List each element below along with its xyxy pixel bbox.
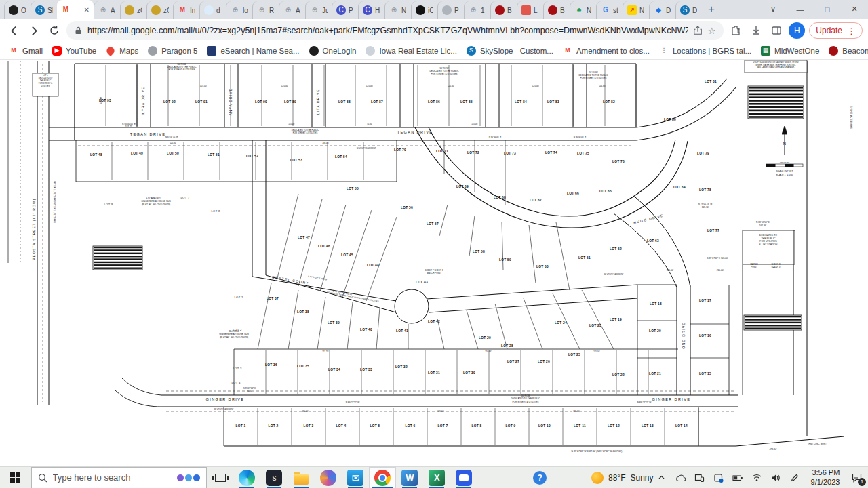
taskbar-app-video[interactable]: [450, 467, 477, 488]
maximize-button[interactable]: □: [814, 0, 841, 18]
bookmark-item[interactable]: eSearch | Name Sea...: [202, 45, 304, 57]
taskbar-clock[interactable]: 3:56 PM 9/1/2023: [806, 468, 846, 487]
reload-button[interactable]: [46, 22, 62, 39]
plat-line: [277, 194, 298, 281]
browser-tab[interactable]: L ✕: [517, 1, 543, 19]
browser-tab[interactable]: O ✕: [4, 1, 31, 19]
new-tab-button[interactable]: +: [702, 1, 721, 18]
taskbar-app-dark-s[interactable]: s: [260, 467, 288, 488]
browser-tab[interactable]: ⊕ 1 ✕: [464, 1, 490, 19]
forward-button[interactable]: [26, 22, 42, 39]
taskbar-app-excel[interactable]: X: [423, 467, 450, 488]
bookmark-item[interactable]: Paragon 5: [143, 45, 202, 57]
tab-title: P: [454, 7, 459, 14]
sun-icon: [591, 472, 604, 484]
taskbar-app-office-swirl[interactable]: [315, 467, 342, 488]
browser-tab[interactable]: ⊕ A ✕: [279, 1, 305, 19]
lot-label: LOT 12: [608, 424, 620, 428]
profile-avatar[interactable]: H: [789, 22, 805, 39]
back-button[interactable]: [5, 22, 22, 39]
browser-tab[interactable]: d ✕: [199, 1, 226, 19]
browser-tab[interactable]: ⊕ N ✕: [384, 1, 411, 19]
hidden-icons-chevron-icon[interactable]: [654, 467, 670, 488]
lot-label: LOT 72: [467, 151, 479, 155]
minimize-button[interactable]: —: [787, 0, 814, 18]
browser-toolbar: https://mail.google.com/mail/u/0/?zx=xg2…: [0, 19, 868, 42]
map-annotation: 140.00': [100, 96, 102, 104]
bookmark-item[interactable]: S SkySlope - Custom...: [462, 45, 558, 57]
action-center-button[interactable]: 1: [845, 467, 868, 488]
bookmark-label: Gmail: [22, 47, 43, 55]
browser-tab[interactable]: M In ✕: [173, 1, 199, 19]
bookmark-item[interactable]: Maps: [101, 45, 143, 57]
browser-tab[interactable]: ⊕ lo ✕: [226, 1, 252, 19]
bookmark-item[interactable]: Beacon: [824, 45, 868, 57]
browser-tab[interactable]: iC ✕: [411, 1, 437, 19]
window-controls: ∨ — □ ✕: [760, 0, 868, 18]
bookmark-favicon: ▦: [761, 46, 770, 56]
map-annotation: MATCH POINT: [427, 272, 441, 274]
task-view-button[interactable]: [207, 467, 234, 488]
browser-tab[interactable]: ⊕ Ju ✕: [305, 1, 332, 19]
bookmark-item[interactable]: OneLogin: [304, 45, 361, 57]
browser-tab[interactable]: S SI ✕: [31, 1, 57, 19]
close-button[interactable]: ✕: [841, 0, 868, 18]
lot-label: LOT 6: [405, 424, 415, 428]
browser-tab[interactable]: C P ✕: [332, 1, 358, 19]
browser-tab[interactable]: ⊕ R ✕: [252, 1, 279, 19]
lot-label: LOT 59: [499, 258, 511, 262]
address-bar[interactable]: https://mail.google.com/mail/u/0/?zx=xg2…: [66, 21, 724, 40]
downloads-icon[interactable]: [748, 22, 764, 39]
lot-label: LOT 77: [707, 229, 719, 232]
bookmark-item[interactable]: ▦ MidWestOne: [756, 45, 824, 57]
browser-tab[interactable]: ♣ N ✕: [570, 1, 596, 19]
browser-tab[interactable]: zC ✕: [146, 1, 173, 19]
taskbar-app-word[interactable]: W: [396, 467, 423, 488]
start-button[interactable]: [0, 467, 31, 488]
browser-tab[interactable]: M ✕: [57, 0, 94, 19]
bookmark-star-icon[interactable]: ☆: [708, 26, 716, 36]
browser-tab[interactable]: ◆ D ✕: [649, 1, 675, 19]
taskbar-app-mail[interactable]: ✉: [342, 467, 369, 488]
search-highlight-flowers-icon[interactable]: [177, 474, 200, 481]
map-annotation: 136.00': [322, 142, 329, 144]
bookmark-item[interactable]: Iowa Real Estate Lic...: [361, 45, 461, 57]
tab-search-icon[interactable]: ∨: [760, 0, 787, 18]
side-panel-icon[interactable]: [768, 22, 785, 39]
browser-tab[interactable]: zC ✕: [120, 1, 146, 19]
browser-tab[interactable]: B ✕: [490, 1, 517, 19]
taskbar-app-explorer[interactable]: [288, 467, 315, 488]
phone-link-icon[interactable]: [692, 467, 708, 488]
browser-menu-icon[interactable]: ⋮: [847, 26, 856, 36]
taskbar-app-chrome[interactable]: [369, 467, 396, 488]
battery-icon[interactable]: [730, 467, 746, 488]
pen-icon[interactable]: [787, 467, 803, 488]
browser-tab[interactable]: G st ✕: [596, 1, 623, 19]
bookmark-item[interactable]: ⋮ Locations | BGRS tal...: [654, 45, 756, 57]
bookmark-item[interactable]: ▶ YouTube: [47, 45, 101, 57]
street-label: ANYA DRIVE: [229, 88, 233, 116]
onedrive-cloud-icon[interactable]: [673, 467, 689, 488]
browser-tab[interactable]: S D ✕: [675, 1, 702, 19]
bookmark-label: SkySlope - Custom...: [480, 47, 553, 55]
bookmark-item[interactable]: M Amendment to clos...: [558, 45, 654, 57]
browser-tab[interactable]: P ✕: [437, 1, 464, 19]
taskbar-app-edge[interactable]: [233, 467, 260, 488]
update-button[interactable]: Update ⋮: [809, 22, 863, 39]
taskbar-search[interactable]: Type here to search: [31, 467, 207, 488]
lot-label: LOT 73: [504, 152, 516, 155]
tab-close-icon[interactable]: ✕: [84, 6, 90, 14]
lot-label: LOT 71: [436, 150, 448, 153]
volume-icon[interactable]: [768, 467, 784, 488]
extensions-icon[interactable]: [728, 22, 744, 39]
bookmark-item[interactable]: M Gmail: [4, 45, 47, 57]
browser-tab[interactable]: ↗ N ✕: [623, 1, 649, 19]
wifi-icon[interactable]: [749, 467, 765, 488]
share-icon[interactable]: [693, 26, 703, 35]
weather-widget[interactable]: 88°F Sunny: [591, 472, 654, 484]
help-cloud-button[interactable]: ?: [526, 467, 553, 488]
browser-tab[interactable]: C H ✕: [358, 1, 384, 19]
browser-tab[interactable]: ⊕ A ✕: [94, 1, 120, 19]
app-status-icon[interactable]: [711, 467, 727, 488]
browser-tab[interactable]: B ✕: [543, 1, 570, 19]
